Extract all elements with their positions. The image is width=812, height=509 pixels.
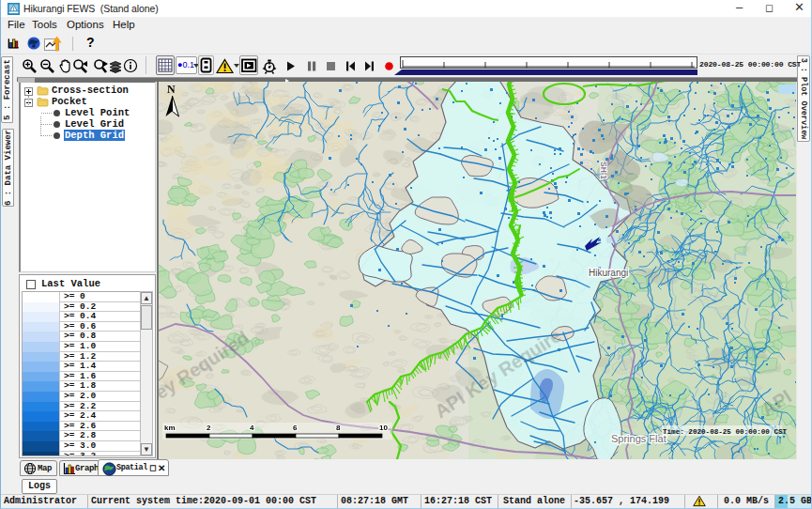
svg-text:10: 10 [379,424,388,432]
svg-text:SH 1: SH 1 [599,162,608,179]
svg-text:2: 2 [207,424,211,432]
svg-text:Springs Flat: Springs Flat [611,433,666,444]
svg-text:Hikurangi: Hikurangi [589,268,628,278]
svg-text:6: 6 [293,424,298,432]
svg-text:N: N [167,83,176,96]
svg-text:km: km [164,424,176,432]
svg-text:4: 4 [250,424,254,432]
svg-text:Time: 2020-08-25 00:00:00 CST: Time: 2020-08-25 00:00:00 CST [663,428,788,436]
svg-text:8: 8 [336,424,341,432]
